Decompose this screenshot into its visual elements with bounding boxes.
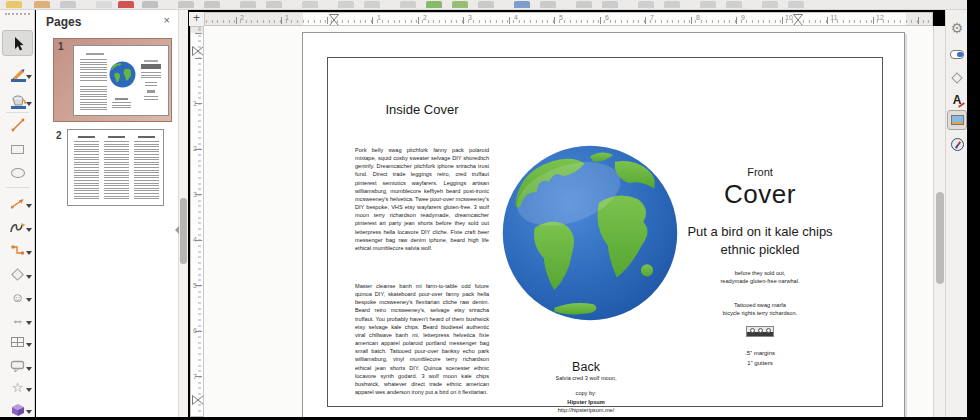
toolbar-icon-stub[interactable] [540, 1, 556, 8]
toolbar-icon-stub[interactable] [60, 1, 76, 8]
back-panel[interactable]: Back Salvia cred 3 wolf moon, copy by: H… [506, 360, 666, 415]
toolbar-icon-stub[interactable] [178, 1, 194, 8]
sidebar-tab-styles[interactable]: A [947, 90, 967, 110]
dropdown-arrow-icon[interactable] [26, 410, 32, 414]
toolbar-icon-stub[interactable] [142, 1, 158, 8]
toolbar-icon-stub[interactable] [602, 1, 618, 8]
ruler-number: 12 [876, 14, 884, 21]
top-margin-marker-icon[interactable] [192, 46, 204, 56]
dropdown-arrow-icon[interactable] [26, 275, 32, 279]
fill-color-button[interactable] [2, 90, 33, 112]
toolbar-icon-stub[interactable] [240, 1, 256, 8]
ruler-number: 8 [696, 14, 700, 21]
3d-objects-button[interactable] [2, 398, 33, 420]
toolbar-icon-stub[interactable] [638, 1, 654, 8]
toolbar-icon-stub[interactable] [204, 1, 220, 8]
sidebar-tab-gallery[interactable] [947, 110, 967, 130]
dropdown-arrow-icon[interactable] [26, 228, 32, 232]
sidebar-tab-shapes[interactable] [947, 44, 967, 64]
page-thumbnail-2[interactable] [67, 129, 164, 206]
pages-panel-scrollbar[interactable] [178, 10, 188, 417]
toolbar-icon-stub[interactable] [664, 1, 680, 8]
back-url[interactable]: http://hipsteripsum.me/ [506, 406, 666, 414]
toolbar-icon-stub[interactable] [788, 1, 804, 8]
toolbar-icon-stub[interactable] [400, 1, 416, 8]
ruler-number: 2 [193, 145, 197, 152]
ruler-number: 2 [423, 14, 427, 21]
line-color-button[interactable] [2, 63, 33, 85]
toolbar-icon-stub[interactable] [118, 1, 134, 8]
dropdown-arrow-icon[interactable] [26, 298, 32, 302]
horizontal-ruler: 21123456789101112 [204, 12, 933, 26]
toolbar-icon-stub[interactable] [478, 1, 494, 8]
inside-cover-paragraph-2[interactable]: Master cleanse banh mi farm-to-table odd… [355, 282, 489, 396]
scrollbar-thumb[interactable] [180, 198, 187, 264]
stars-and-banners-button[interactable]: ☆ [2, 376, 33, 398]
block-arrows-button[interactable]: ⇔ [2, 309, 33, 331]
ruler-number: 6 [605, 14, 609, 21]
insert-line-button[interactable] [2, 114, 33, 136]
toolbar-icon-stub[interactable] [266, 1, 282, 8]
toolbar-icon-stub[interactable] [726, 1, 742, 8]
ruler-number: 1 [193, 100, 197, 107]
page-1-thumb[interactable] [73, 45, 169, 116]
toolbar-icon-stub[interactable] [302, 1, 318, 8]
toolbar-icon-stub[interactable] [762, 1, 778, 8]
sidebar-tab-properties[interactable]: ⚙ [947, 18, 967, 38]
inside-cover-paragraph-1[interactable]: Pork belly swag pitchfork fanny pack pol… [355, 146, 489, 252]
bottom-margin-marker-icon[interactable] [192, 395, 204, 405]
left-margin-marker-icon[interactable] [329, 14, 339, 26]
front-kicker: Front [664, 166, 856, 178]
front-note-line1: before they sold out, [664, 269, 856, 277]
dropdown-arrow-icon[interactable] [26, 204, 32, 208]
toolbar-icon-stub[interactable] [514, 1, 530, 8]
flowchart-button[interactable] [2, 331, 33, 353]
connectors-button[interactable] [2, 239, 33, 261]
document-canvas[interactable]: Inside Cover Pork belly swag pitchfork f… [204, 26, 933, 417]
panel-splitter-arrow-icon[interactable] [175, 226, 179, 234]
right-margin-marker-icon[interactable] [793, 14, 803, 26]
toolbar-icon-stub[interactable] [6, 1, 22, 8]
back-copy-label: copy by: [506, 389, 666, 397]
toolbar-icon-stub[interactable] [576, 1, 592, 8]
sidebar-tab-navigator[interactable] [947, 134, 967, 154]
dropdown-arrow-icon[interactable] [26, 388, 32, 392]
toolbar-icon-stub[interactable] [338, 1, 354, 8]
toolbar-drag-handle[interactable] [5, 13, 30, 15]
toolbar-icon-stub[interactable] [426, 1, 442, 8]
scrollbar-thumb[interactable] [936, 192, 944, 284]
toolbar-icon-stub[interactable] [34, 1, 50, 8]
page-thumbnail-1-selected[interactable]: 1 [53, 38, 172, 122]
dropdown-arrow-icon[interactable] [26, 321, 32, 325]
ruler-number: 4 [514, 14, 518, 21]
rectangle-tool-button[interactable] [2, 138, 33, 160]
dropdown-arrow-icon[interactable] [26, 251, 32, 255]
dropdown-arrow-icon[interactable] [26, 367, 32, 371]
globe-image[interactable] [501, 144, 679, 322]
document-page[interactable]: Inside Cover Pork belly swag pitchfork f… [302, 32, 905, 417]
toolbar-icon-stub[interactable] [700, 1, 716, 8]
toolbar-icon-stub[interactable] [96, 1, 112, 8]
ellipse-tool-button[interactable] [2, 162, 33, 184]
select-tool-button[interactable] [2, 30, 33, 56]
lines-and-arrows-button[interactable] [2, 192, 33, 214]
toolbar-icon-stub[interactable] [364, 1, 380, 8]
print-area-border: Inside Cover Pork belly swag pitchfork f… [327, 57, 883, 407]
front-title: Cover [664, 179, 856, 210]
pages-panel-title: Pages [46, 15, 81, 29]
dropdown-arrow-icon[interactable] [26, 102, 32, 106]
basic-shapes-button[interactable] [2, 263, 33, 285]
ruler-number: 5 [559, 14, 563, 21]
panel-close-button[interactable]: × [164, 15, 170, 26]
ruler-number: 1 [377, 14, 381, 21]
dropdown-arrow-icon[interactable] [26, 343, 32, 347]
dropdown-arrow-icon[interactable] [26, 75, 32, 79]
curves-and-polygons-button[interactable] [2, 216, 33, 238]
front-cover-panel[interactable]: Front Cover Put a bird on it kale chips … [664, 166, 856, 368]
ruler-origin-corner: + [189, 12, 204, 26]
callouts-button[interactable] [2, 355, 33, 377]
toolbar-icon-stub[interactable] [452, 1, 468, 8]
sidebar-tab-basic-shapes[interactable] [947, 68, 967, 88]
symbol-shapes-button[interactable]: ☺ [2, 286, 33, 308]
canvas-vertical-scrollbar[interactable] [933, 26, 945, 417]
